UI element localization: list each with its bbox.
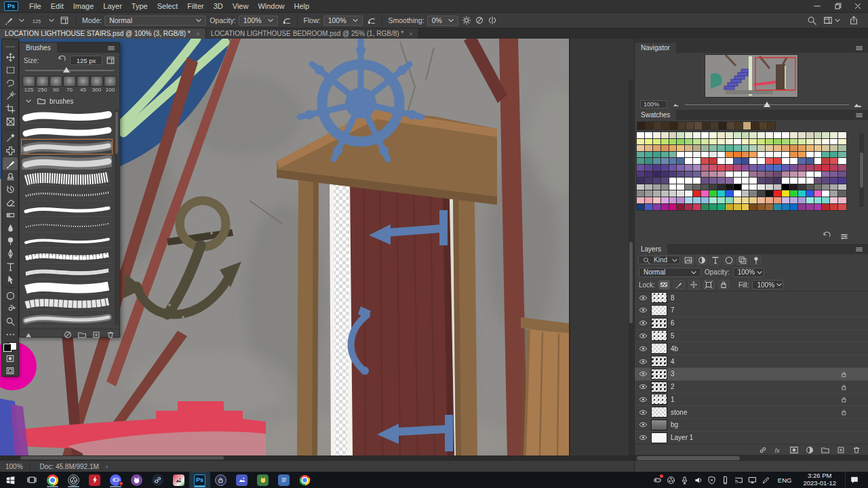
swatch-r4c5[interactable] xyxy=(669,152,677,159)
swatch-r12c13[interactable] xyxy=(734,204,742,211)
swatch-r3c6[interactable] xyxy=(677,145,685,152)
swatch-r1c22[interactable] xyxy=(806,132,814,139)
status-chevron[interactable]: › xyxy=(106,463,108,470)
swatch-r12c18[interactable] xyxy=(774,204,782,211)
tray-discord-tray-icon[interactable] xyxy=(653,476,662,485)
taskbar-keepass[interactable] xyxy=(210,472,231,488)
swatch-r6c14[interactable] xyxy=(742,165,750,171)
swatch-r9c22[interactable] xyxy=(806,184,814,191)
swatch-r4c4[interactable] xyxy=(661,152,669,159)
layer-thumbnail[interactable] xyxy=(651,343,667,354)
brush-stroke-preset-13[interactable] xyxy=(21,295,113,310)
swatch-r6c19[interactable] xyxy=(782,165,790,171)
swatch-r8c15[interactable] xyxy=(749,178,757,184)
swatch-r9c5[interactable] xyxy=(669,184,677,191)
swatch-r6c7[interactable] xyxy=(685,165,693,171)
more-tool[interactable] xyxy=(3,328,18,341)
opacity-select[interactable]: 100% xyxy=(239,16,278,26)
swatch-r3c9[interactable] xyxy=(701,145,709,152)
swatch-r9c4[interactable] xyxy=(661,184,669,191)
recent-swatch-8[interactable] xyxy=(694,122,702,129)
swatch-r7c20[interactable] xyxy=(790,171,798,178)
swatch-r9c12[interactable] xyxy=(726,184,734,191)
swatch-r10c19[interactable] xyxy=(782,190,790,197)
menu-layer[interactable]: Layer xyxy=(98,0,127,13)
eyedropper-tool[interactable] xyxy=(3,131,18,144)
swatch-r7c11[interactable] xyxy=(717,171,726,178)
swatch-r5c9[interactable] xyxy=(701,158,709,165)
swatch-r2c22[interactable] xyxy=(806,139,814,146)
swatch-r9c21[interactable] xyxy=(798,184,806,191)
swatch-r9c14[interactable] xyxy=(742,184,750,191)
swatch-r7c4[interactable] xyxy=(661,171,669,178)
brush-angle-icon[interactable] xyxy=(475,16,484,25)
brush-stroke-preset-10[interactable] xyxy=(21,248,113,264)
swatch-r7c22[interactable] xyxy=(806,171,814,178)
layer-fill-select[interactable]: 100% xyxy=(752,280,783,289)
swatch-r6c26[interactable] xyxy=(838,165,846,171)
swatch-r1c8[interactable] xyxy=(693,132,701,139)
layer-thumbnail[interactable] xyxy=(651,292,667,303)
tray-defender-icon[interactable] xyxy=(707,476,716,485)
brush-preset-125[interactable]: 125 xyxy=(22,76,35,94)
swatch-r11c17[interactable] xyxy=(766,197,774,204)
swatch-r3c18[interactable] xyxy=(774,145,782,152)
swatch-r10c23[interactable] xyxy=(814,190,823,197)
swatch-r5c20[interactable] xyxy=(790,158,798,165)
tool-preset-caret[interactable] xyxy=(17,16,26,25)
visibility-eye-icon[interactable] xyxy=(639,420,648,429)
swatch-r2c24[interactable] xyxy=(822,139,830,146)
brush-preset-90[interactable]: 90 xyxy=(50,76,62,94)
swatch-r2c2[interactable] xyxy=(645,139,653,146)
new-layer-icon[interactable] xyxy=(836,445,846,455)
swatch-r3c4[interactable] xyxy=(661,145,669,152)
swatch-r8c19[interactable] xyxy=(782,178,790,184)
swatch-r3c11[interactable] xyxy=(717,145,726,152)
swatch-r11c3[interactable] xyxy=(653,197,661,204)
swatch-r2c12[interactable] xyxy=(726,139,734,146)
recent-swatch-6[interactable] xyxy=(678,122,686,129)
workspace-layout-icon[interactable] xyxy=(823,16,842,25)
swatch-r11c20[interactable] xyxy=(790,197,798,204)
panel-grip[interactable] xyxy=(5,46,15,47)
layer-row-5[interactable]: 5 xyxy=(635,330,868,343)
swatch-r10c12[interactable] xyxy=(726,190,734,197)
tray-cast-icon[interactable] xyxy=(734,476,743,485)
swatch-r4c26[interactable] xyxy=(838,152,846,159)
taskbar-red-media-app[interactable] xyxy=(168,472,189,488)
swatch-r11c8[interactable] xyxy=(693,197,701,204)
swatch-r8c13[interactable] xyxy=(734,178,742,184)
swatch-r12c23[interactable] xyxy=(814,204,823,211)
swatch-r7c12[interactable] xyxy=(726,171,734,178)
swatch-r9c24[interactable] xyxy=(822,184,830,191)
filter-adjustment-icon[interactable] xyxy=(696,256,707,265)
marquee-tool[interactable] xyxy=(3,64,18,77)
swatch-r7c21[interactable] xyxy=(798,171,806,178)
swatch-r10c18[interactable] xyxy=(774,190,782,197)
taskbar-chrome-profile[interactable] xyxy=(294,472,315,488)
recent-swatch-7[interactable] xyxy=(686,122,694,129)
swatch-r3c23[interactable] xyxy=(814,145,823,152)
layer-row-1[interactable]: 1 xyxy=(635,394,868,407)
swatch-r1c19[interactable] xyxy=(782,132,790,139)
pressure-opacity-icon[interactable] xyxy=(281,16,291,25)
swatch-r4c7[interactable] xyxy=(685,152,693,159)
swatch-r11c15[interactable] xyxy=(749,197,757,204)
filter-pin-icon[interactable] xyxy=(750,256,762,265)
swatch-r11c21[interactable] xyxy=(798,197,806,204)
swatch-r7c10[interactable] xyxy=(709,171,717,178)
swatch-r1c17[interactable] xyxy=(766,132,774,139)
zoom-out-icon[interactable] xyxy=(673,101,679,108)
swatch-r10c7[interactable] xyxy=(685,190,693,197)
swatch-r4c3[interactable] xyxy=(653,152,661,159)
healing-tool[interactable] xyxy=(3,144,18,157)
brush-stroke-preset-14[interactable] xyxy=(21,310,113,326)
swatch-r12c7[interactable] xyxy=(685,204,693,211)
swatch-r11c6[interactable] xyxy=(677,197,685,204)
swatch-r1c25[interactable] xyxy=(830,132,838,139)
swatch-r4c9[interactable] xyxy=(701,152,709,159)
swatch-r5c10[interactable] xyxy=(709,158,717,165)
color-swatches[interactable] xyxy=(3,344,17,350)
brush-preset-100[interactable]: 100 xyxy=(104,76,117,94)
swatch-r5c19[interactable] xyxy=(782,158,790,165)
